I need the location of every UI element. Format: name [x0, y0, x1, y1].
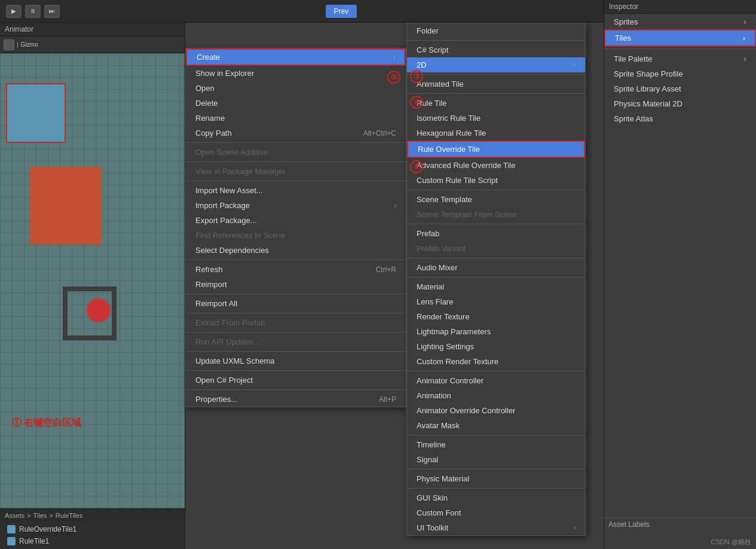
ctx-reimport-all[interactable]: Reimport All — [186, 296, 406, 311]
inspector-title: Inspector — [604, 0, 756, 14]
sub-material-label: Material — [417, 282, 576, 291]
sub-isometric-rule-tile[interactable]: Isometric Rule Tile — [407, 111, 585, 126]
asset-list: RuleOverrideTile1 RuleTile1 — [0, 521, 185, 549]
sub-lightmap-params[interactable]: Lightmap Parameters — [407, 324, 585, 339]
sub-sep7 — [407, 371, 585, 371]
breadcrumb-sep1: > — [27, 512, 30, 519]
toolbar-grid-icon[interactable] — [4, 39, 14, 50]
sub-rule-tile[interactable]: Rule Tile — [407, 96, 585, 111]
inspector-sprite-atlas[interactable]: Sprite Atlas — [604, 111, 756, 126]
ctx-reimport[interactable]: Reimport — [186, 277, 406, 292]
ctx-find-refs: Find References In Scene — [186, 228, 406, 243]
ctx-copy-path-label: Copy Path — [195, 129, 351, 138]
create-submenu: Folder C# Script 2D › Animated Tile Rule… — [406, 23, 586, 536]
sub-advanced-rule-override[interactable]: Advanced Rule Override Tile — [407, 158, 585, 173]
sub-signal[interactable]: Signal — [407, 452, 585, 467]
ctx-rename[interactable]: Rename — [186, 111, 406, 126]
ctx-show-explorer[interactable]: Show in Explorer — [186, 66, 406, 81]
sub-lighting-settings[interactable]: Lighting Settings — [407, 339, 585, 354]
sub-avatar-mask-label: Avatar Mask — [417, 421, 576, 430]
sub-sep2 — [407, 93, 585, 94]
annotation-4: ④ — [410, 96, 423, 109]
ctx-refresh[interactable]: Refresh Ctrl+R — [186, 262, 406, 277]
sub-signal-label: Signal — [417, 455, 576, 464]
sub-animator-controller[interactable]: Animator Controller — [407, 373, 585, 388]
sub-animation[interactable]: Animation — [407, 388, 585, 403]
ctx-properties[interactable]: Properties... Alt+P — [186, 392, 406, 407]
ctx-export-package-label: Export Package... — [195, 216, 396, 225]
inspector-sprite-library-asset[interactable]: Sprite Library Asset — [604, 81, 756, 96]
sub-sep0 — [407, 40, 585, 41]
tile-icon-circle — [87, 298, 111, 322]
sub-scene-template-label: Scene Template — [417, 195, 576, 204]
sub-gui-skin-label: GUI Skin — [417, 493, 576, 502]
sub-ui-toolkit[interactable]: UI Toolkit › — [407, 520, 585, 535]
sub-2d-arrow: › — [574, 62, 576, 68]
list-item[interactable]: RuleOverrideTile1 — [5, 524, 180, 535]
ctx-reimport-label: Reimport — [195, 280, 396, 289]
sub-sep1 — [407, 74, 585, 75]
sub-hexagonal-rule-tile[interactable]: Hexagonal Rule Tile — [407, 126, 585, 141]
sub-2d[interactable]: 2D › — [407, 57, 585, 72]
ctx-export-package[interactable]: Export Package... — [186, 213, 406, 228]
sub-lens-flare-label: Lens Flare — [417, 297, 576, 306]
annotation-5: ⑤ — [410, 160, 423, 173]
inspector-sep1 — [604, 48, 756, 49]
inspector-sprites[interactable]: Sprites — [604, 14, 756, 29]
sub-avatar-mask[interactable]: Avatar Mask — [407, 418, 585, 433]
inspector-sprite-shape-profile-label: Sprite Shape Profile — [614, 69, 683, 78]
sub-custom-rule-tile[interactable]: Custom Rule Tile Script — [407, 173, 585, 188]
ctx-create[interactable]: Create › — [186, 48, 406, 66]
sub-timeline-label: Timeline — [417, 440, 576, 449]
inspector-tile-palette-label: Tile Palette — [614, 54, 653, 63]
sub-animator-override-controller[interactable]: Animator Override Controller — [407, 403, 585, 418]
sub-material[interactable]: Material — [407, 279, 585, 294]
sub-animator-controller-label: Animator Controller — [417, 376, 576, 385]
ctx-sep2 — [186, 161, 406, 162]
pause-button[interactable]: ⏸ — [25, 5, 41, 18]
ctx-show-explorer-label: Show in Explorer — [195, 69, 396, 78]
preview-button[interactable]: Prev — [326, 5, 357, 18]
sub-custom-render-texture[interactable]: Custom Render Texture — [407, 354, 585, 369]
breadcrumb-assets: Assets — [5, 512, 25, 519]
play-button[interactable]: ▶ — [6, 5, 22, 18]
breadcrumb: Assets > Tiles > RuleTiles — [5, 512, 82, 519]
ctx-api-updater-label: Run API Updater... — [195, 337, 396, 346]
sub-render-texture[interactable]: Render Texture — [407, 309, 585, 324]
sub-folder[interactable]: Folder — [407, 23, 585, 38]
sub-audio-mixer[interactable]: Audio Mixer — [407, 260, 585, 275]
sub-gui-skin[interactable]: GUI Skin — [407, 490, 585, 505]
ctx-csharp-project[interactable]: Open C# Project — [186, 373, 406, 388]
list-item[interactable]: RuleTile1 — [5, 536, 180, 547]
sub-animated-tile[interactable]: Animated Tile — [407, 77, 585, 92]
inspector-tiles-label: Tiles — [615, 33, 631, 42]
sub-timeline[interactable]: Timeline — [407, 437, 585, 452]
ctx-import-package[interactable]: Import Package › — [186, 198, 406, 213]
ctx-open[interactable]: Open — [186, 81, 406, 96]
ctx-find-refs-label: Find References In Scene — [195, 231, 396, 240]
sub-prefab[interactable]: Prefab — [407, 226, 585, 241]
ctx-import-asset[interactable]: Import New Asset... — [186, 183, 406, 198]
ctx-select-deps[interactable]: Select Dependencies — [186, 243, 406, 258]
ctx-uxml-schema[interactable]: Update UXML Schema — [186, 353, 406, 368]
sub-sep3 — [407, 190, 585, 190]
sub-scene-template[interactable]: Scene Template — [407, 192, 585, 207]
ctx-copy-path[interactable]: Copy Path Alt+Ctrl+C — [186, 126, 406, 141]
inspector-physics-material-2d[interactable]: Physics Material 2D — [604, 96, 756, 111]
inspector-panel: Inspector Sprites Tiles › Tile Palette S… — [604, 0, 756, 549]
step-button[interactable]: ⏭ — [44, 5, 60, 18]
sub-physic-material[interactable]: Physic Material — [407, 471, 585, 486]
sub-rule-override-tile[interactable]: Rule Override Tile — [407, 141, 585, 158]
ctx-refresh-label: Refresh — [195, 265, 364, 274]
sub-lens-flare[interactable]: Lens Flare — [407, 294, 585, 309]
inspector-tile-palette[interactable]: Tile Palette — [604, 51, 756, 66]
breadcrumb-tiles: Tiles — [33, 512, 47, 519]
ctx-delete[interactable]: Delete — [186, 96, 406, 111]
inspector-physics-material-2d-label: Physics Material 2D — [614, 99, 682, 108]
inspector-tiles[interactable]: Tiles › — [604, 29, 756, 47]
sub-lightmap-params-label: Lightmap Parameters — [417, 327, 576, 336]
sub-csharp[interactable]: C# Script — [407, 42, 585, 57]
breadcrumb-ruletiles: RuleTiles — [56, 512, 82, 519]
sub-custom-font[interactable]: Custom Font — [407, 505, 585, 520]
inspector-sprite-shape-profile[interactable]: Sprite Shape Profile — [604, 66, 756, 81]
